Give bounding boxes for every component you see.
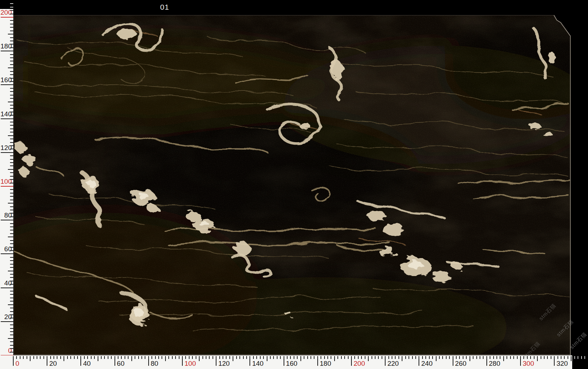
- h-ruler-label: 140: [252, 360, 263, 367]
- v-ruler-tick: [10, 264, 13, 265]
- v-ruler-tick: [10, 294, 13, 295]
- h-ruler-tick: [216, 356, 216, 366]
- h-ruler-tick: [94, 356, 95, 359]
- h-ruler-tick: [388, 356, 389, 359]
- v-ruler-tick: [1, 152, 13, 153]
- v-ruler-tick: [10, 233, 13, 234]
- h-ruler-tick: [158, 356, 159, 359]
- h-ruler-tick: [382, 356, 382, 359]
- granite-texture: [14, 15, 571, 355]
- h-ruler-tick: [517, 356, 518, 359]
- h-ruler-tick: [344, 356, 345, 359]
- v-ruler-tick: [10, 27, 13, 28]
- h-ruler-tick: [385, 356, 386, 366]
- v-ruler-tick: [10, 78, 13, 79]
- v-ruler-tick: [10, 298, 13, 298]
- h-ruler-tick: [473, 356, 473, 359]
- h-ruler-tick: [229, 356, 230, 359]
- h-ruler-tick: [398, 356, 399, 359]
- h-ruler-tick: [175, 356, 176, 359]
- v-ruler-tick: [10, 328, 13, 329]
- v-ruler-tick: [10, 213, 13, 214]
- h-ruler-tick: [47, 356, 47, 366]
- h-ruler-tick: [165, 356, 166, 361]
- v-ruler-tick: [8, 237, 13, 237]
- h-ruler-tick: [206, 356, 206, 359]
- v-ruler-tick: [10, 139, 13, 139]
- v-ruler-tick: [10, 308, 13, 308]
- v-ruler-tick: [10, 61, 13, 61]
- v-ruler-tick: [10, 14, 13, 14]
- h-ruler-tick: [249, 356, 250, 366]
- h-ruler-label: 320: [556, 360, 568, 367]
- h-ruler-tick: [459, 356, 460, 359]
- h-ruler-tick: [314, 356, 314, 359]
- h-ruler-tick: [243, 356, 244, 359]
- v-ruler-tick: [10, 172, 13, 173]
- h-ruler-tick: [574, 356, 575, 359]
- h-ruler-tick: [87, 356, 88, 359]
- h-ruler-tick: [510, 356, 511, 359]
- v-ruler-tick: [10, 176, 13, 177]
- h-ruler-tick: [80, 356, 81, 366]
- v-ruler-tick: [10, 291, 13, 291]
- h-ruler-tick: [131, 356, 132, 361]
- h-ruler-tick: [449, 356, 450, 359]
- h-ruler-tick: [456, 356, 457, 359]
- h-ruler-tick: [327, 356, 328, 359]
- h-ruler-tick: [581, 356, 582, 359]
- h-ruler-tick: [128, 356, 129, 359]
- h-ruler-tick: [544, 356, 545, 359]
- h-ruler-tick: [317, 356, 318, 366]
- h-ruler-tick: [287, 356, 288, 359]
- horizontal-ruler: 0204060801001201401601802002202402602803…: [0, 355, 588, 369]
- v-ruler-tick: [10, 145, 13, 146]
- h-ruler-tick: [496, 356, 497, 359]
- h-ruler-tick: [513, 356, 514, 359]
- v-ruler-tick: [10, 223, 13, 224]
- v-ruler-tick: [10, 149, 13, 149]
- v-ruler-tick: [10, 155, 13, 156]
- h-ruler-tick: [297, 356, 298, 359]
- h-ruler-tick: [236, 356, 237, 359]
- v-ruler-tick: [10, 196, 13, 197]
- v-ruler-tick: [8, 135, 13, 136]
- h-ruler-tick: [263, 356, 264, 359]
- v-ruler-tick: [10, 162, 13, 163]
- h-ruler-label: 120: [218, 360, 230, 367]
- h-ruler-tick: [121, 356, 122, 359]
- h-ruler-tick: [192, 356, 193, 359]
- h-ruler-tick: [260, 356, 261, 359]
- h-ruler-tick: [74, 356, 75, 359]
- slab-scanner-view: { "title_bar": { "label": "01" }, "ruler…: [0, 0, 588, 369]
- h-ruler-tick: [60, 356, 61, 359]
- h-ruler-tick: [331, 356, 331, 359]
- h-ruler-tick: [446, 356, 447, 359]
- h-ruler-tick: [145, 356, 145, 359]
- h-ruler-tick: [267, 356, 267, 361]
- v-ruler-tick: [10, 112, 13, 112]
- h-ruler-label: 220: [387, 360, 399, 367]
- h-ruler-tick: [162, 356, 162, 359]
- h-ruler-tick: [23, 356, 24, 359]
- v-ruler-tick: [10, 10, 13, 11]
- h-ruler-tick: [213, 356, 213, 359]
- h-ruler-tick: [409, 356, 409, 359]
- vertical-ruler: 020406080100120140160180200: [0, 0, 13, 369]
- v-ruler-tick: [10, 341, 13, 342]
- h-ruler-tick: [470, 356, 470, 361]
- h-ruler-tick: [209, 356, 210, 359]
- v-ruler-tick: [10, 216, 13, 217]
- h-ruler-tick: [256, 356, 257, 359]
- v-ruler-tick: [10, 122, 13, 122]
- h-ruler-tick: [111, 356, 112, 359]
- v-ruler-tick: [10, 274, 13, 275]
- v-ruler-tick: [10, 335, 13, 335]
- h-ruler-tick: [148, 356, 149, 366]
- h-ruler-tick: [507, 356, 507, 359]
- h-ruler-tick: [571, 356, 571, 361]
- h-ruler-tick: [436, 356, 437, 361]
- v-ruler-tick: [10, 88, 13, 89]
- h-ruler-tick: [239, 356, 240, 359]
- v-ruler-tick: [10, 230, 13, 230]
